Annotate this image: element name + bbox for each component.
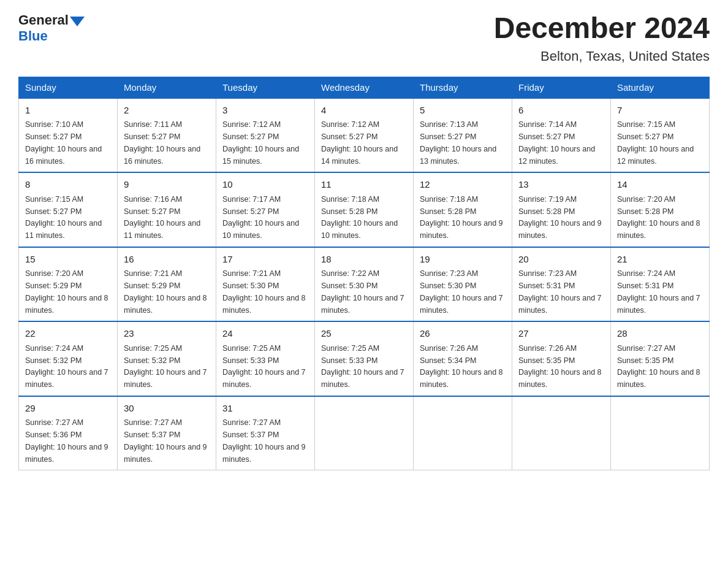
day-info: Sunrise: 7:21 AMSunset: 5:29 PMDaylight:… [124,269,207,314]
day-info: Sunrise: 7:18 AMSunset: 5:28 PMDaylight:… [420,195,503,240]
day-info: Sunrise: 7:26 AMSunset: 5:35 PMDaylight:… [518,344,602,389]
calendar-cell: 7 Sunrise: 7:15 AMSunset: 5:27 PMDayligh… [611,98,710,173]
calendar-cell: 18 Sunrise: 7:22 AMSunset: 5:30 PMDaylig… [315,247,414,322]
col-header-wednesday: Wednesday [315,77,414,98]
calendar-cell: 1 Sunrise: 7:10 AMSunset: 5:27 PMDayligh… [19,98,118,173]
calendar-cell: 23 Sunrise: 7:25 AMSunset: 5:32 PMDaylig… [118,321,216,396]
day-info: Sunrise: 7:12 AMSunset: 5:27 PMDaylight:… [222,120,299,165]
calendar-cell: 21 Sunrise: 7:24 AMSunset: 5:31 PMDaylig… [611,247,710,322]
calendar-cell: 26 Sunrise: 7:26 AMSunset: 5:34 PMDaylig… [414,321,512,396]
day-info: Sunrise: 7:14 AMSunset: 5:27 PMDaylight:… [518,120,595,165]
day-number: 12 [420,178,506,192]
col-header-tuesday: Tuesday [216,77,315,98]
day-number: 6 [518,104,604,118]
calendar-cell: 19 Sunrise: 7:23 AMSunset: 5:30 PMDaylig… [414,247,512,322]
day-info: Sunrise: 7:22 AMSunset: 5:30 PMDaylight:… [321,269,404,314]
calendar-cell: 2 Sunrise: 7:11 AMSunset: 5:27 PMDayligh… [118,98,216,173]
page-title: December 2024 [494,12,710,45]
day-number: 26 [420,327,506,341]
day-number: 27 [518,327,604,341]
day-info: Sunrise: 7:16 AMSunset: 5:27 PMDaylight:… [124,195,200,240]
day-info: Sunrise: 7:19 AMSunset: 5:28 PMDaylight:… [518,195,602,240]
calendar-cell: 11 Sunrise: 7:18 AMSunset: 5:28 PMDaylig… [315,172,414,247]
day-number: 30 [124,402,210,416]
day-info: Sunrise: 7:25 AMSunset: 5:32 PMDaylight:… [124,344,207,389]
day-number: 22 [25,327,111,341]
day-number: 23 [124,327,210,341]
logo-triangle-icon [70,17,85,26]
day-info: Sunrise: 7:20 AMSunset: 5:29 PMDaylight:… [25,269,108,314]
day-number: 11 [321,178,407,192]
day-info: Sunrise: 7:27 AMSunset: 5:35 PMDaylight:… [617,344,700,389]
day-number: 25 [321,327,407,341]
day-number: 9 [124,178,210,192]
week-row-1: 1 Sunrise: 7:10 AMSunset: 5:27 PMDayligh… [19,98,710,173]
calendar-cell [414,396,512,470]
day-info: Sunrise: 7:23 AMSunset: 5:30 PMDaylight:… [420,269,503,314]
day-info: Sunrise: 7:12 AMSunset: 5:27 PMDaylight:… [321,120,398,165]
day-info: Sunrise: 7:20 AMSunset: 5:28 PMDaylight:… [617,195,700,240]
day-info: Sunrise: 7:27 AMSunset: 5:37 PMDaylight:… [222,418,306,463]
day-info: Sunrise: 7:10 AMSunset: 5:27 PMDaylight:… [25,120,102,165]
calendar-cell: 27 Sunrise: 7:26 AMSunset: 5:35 PMDaylig… [512,321,611,396]
calendar-cell: 15 Sunrise: 7:20 AMSunset: 5:29 PMDaylig… [19,247,118,322]
calendar-cell: 31 Sunrise: 7:27 AMSunset: 5:37 PMDaylig… [216,396,315,470]
header-row: SundayMondayTuesdayWednesdayThursdayFrid… [19,77,710,98]
day-number: 31 [222,402,308,416]
day-number: 4 [321,104,407,118]
day-info: Sunrise: 7:15 AMSunset: 5:27 PMDaylight:… [617,120,694,165]
day-info: Sunrise: 7:11 AMSunset: 5:27 PMDaylight:… [124,120,200,165]
calendar-cell: 12 Sunrise: 7:18 AMSunset: 5:28 PMDaylig… [414,172,512,247]
day-number: 13 [518,178,604,192]
logo: General Blue [18,12,85,44]
day-number: 2 [124,104,210,118]
title-area: December 2024 Belton, Texas, United Stat… [494,12,710,64]
week-row-5: 29 Sunrise: 7:27 AMSunset: 5:36 PMDaylig… [19,396,710,470]
calendar-cell: 29 Sunrise: 7:27 AMSunset: 5:36 PMDaylig… [19,396,118,470]
col-header-sunday: Sunday [19,77,118,98]
calendar-cell [315,396,414,470]
day-info: Sunrise: 7:17 AMSunset: 5:27 PMDaylight:… [222,195,299,240]
col-header-thursday: Thursday [414,77,512,98]
day-number: 21 [617,253,703,267]
calendar-cell: 20 Sunrise: 7:23 AMSunset: 5:31 PMDaylig… [512,247,611,322]
calendar-cell: 30 Sunrise: 7:27 AMSunset: 5:37 PMDaylig… [118,396,216,470]
calendar-cell: 17 Sunrise: 7:21 AMSunset: 5:30 PMDaylig… [216,247,315,322]
week-row-2: 8 Sunrise: 7:15 AMSunset: 5:27 PMDayligh… [19,172,710,247]
calendar-cell: 13 Sunrise: 7:19 AMSunset: 5:28 PMDaylig… [512,172,611,247]
day-number: 20 [518,253,604,267]
day-number: 1 [25,104,111,118]
day-info: Sunrise: 7:18 AMSunset: 5:28 PMDaylight:… [321,195,398,240]
day-number: 28 [617,327,703,341]
day-number: 17 [222,253,308,267]
day-info: Sunrise: 7:13 AMSunset: 5:27 PMDaylight:… [420,120,496,165]
calendar-cell: 6 Sunrise: 7:14 AMSunset: 5:27 PMDayligh… [512,98,611,173]
day-number: 19 [420,253,506,267]
day-number: 18 [321,253,407,267]
day-info: Sunrise: 7:25 AMSunset: 5:33 PMDaylight:… [321,344,404,389]
day-number: 16 [124,253,210,267]
day-number: 5 [420,104,506,118]
calendar-table: SundayMondayTuesdayWednesdayThursdayFrid… [18,77,710,471]
day-number: 3 [222,104,308,118]
day-info: Sunrise: 7:27 AMSunset: 5:36 PMDaylight:… [25,418,108,463]
day-info: Sunrise: 7:26 AMSunset: 5:34 PMDaylight:… [420,344,503,389]
calendar-cell: 8 Sunrise: 7:15 AMSunset: 5:27 PMDayligh… [19,172,118,247]
day-info: Sunrise: 7:21 AMSunset: 5:30 PMDaylight:… [222,269,306,314]
calendar-cell: 4 Sunrise: 7:12 AMSunset: 5:27 PMDayligh… [315,98,414,173]
calendar-cell [512,396,611,470]
day-number: 15 [25,253,111,267]
calendar-cell: 10 Sunrise: 7:17 AMSunset: 5:27 PMDaylig… [216,172,315,247]
day-number: 8 [25,178,111,192]
calendar-cell: 22 Sunrise: 7:24 AMSunset: 5:32 PMDaylig… [19,321,118,396]
page-subtitle: Belton, Texas, United States [494,48,710,64]
week-row-3: 15 Sunrise: 7:20 AMSunset: 5:29 PMDaylig… [19,247,710,322]
day-number: 29 [25,402,111,416]
day-info: Sunrise: 7:25 AMSunset: 5:33 PMDaylight:… [222,344,306,389]
calendar-cell: 14 Sunrise: 7:20 AMSunset: 5:28 PMDaylig… [611,172,710,247]
day-info: Sunrise: 7:27 AMSunset: 5:37 PMDaylight:… [124,418,207,463]
day-number: 7 [617,104,703,118]
calendar-cell: 25 Sunrise: 7:25 AMSunset: 5:33 PMDaylig… [315,321,414,396]
calendar-cell: 24 Sunrise: 7:25 AMSunset: 5:33 PMDaylig… [216,321,315,396]
day-number: 10 [222,178,308,192]
